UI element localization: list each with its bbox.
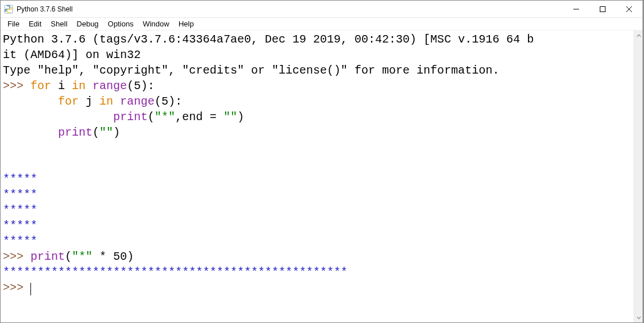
window-controls	[563, 1, 642, 18]
output-line	[3, 157, 10, 170]
fn-print: print	[113, 110, 148, 124]
window-right-edge	[642, 1, 643, 322]
fn-range: range	[113, 95, 155, 108]
menu-bar: File Edit Shell Debug Options Window Hel…	[1, 18, 643, 30]
content-area: Python 3.7.6 (tags/v3.7.6:43364a7ae0, De…	[1, 30, 643, 322]
close-icon	[626, 6, 632, 12]
minimize-icon	[573, 6, 579, 12]
fn-print: print	[58, 126, 92, 139]
prompt: >>>	[3, 250, 30, 263]
svg-rect-2	[600, 6, 606, 11]
kw-for: for	[58, 95, 79, 108]
chevron-up-icon	[637, 33, 641, 38]
paren: (5):	[127, 79, 155, 93]
kw-in: in	[72, 79, 86, 93]
cursor-caret	[30, 283, 31, 295]
indent	[3, 126, 58, 139]
fn-print: print	[30, 250, 65, 263]
paren: )	[237, 110, 244, 124]
output-line: ****************************************…	[3, 266, 348, 279]
output-line: *****	[3, 188, 37, 201]
menu-debug[interactable]: Debug	[72, 18, 103, 29]
paren: (	[148, 110, 155, 124]
maximize-icon	[600, 6, 606, 12]
menu-file[interactable]: File	[3, 18, 24, 29]
kw-for: for	[30, 79, 51, 93]
paren: (	[92, 126, 99, 139]
output-line: *****	[3, 219, 37, 232]
prompt: >>>	[3, 79, 30, 93]
chevron-down-icon	[637, 316, 641, 320]
str: ""	[223, 110, 237, 124]
shell-editor[interactable]: Python 3.7.6 (tags/v3.7.6:43364a7ae0, De…	[1, 30, 634, 322]
minimize-button[interactable]	[563, 1, 589, 18]
title-bar: Python 3.7.6 Shell	[1, 1, 643, 18]
args: ,end =	[175, 110, 223, 124]
banner-line: Type "help", "copyright", "credits" or "…	[3, 64, 499, 77]
menu-edit[interactable]: Edit	[24, 18, 46, 29]
output-line: *****	[3, 172, 37, 186]
paren: (	[65, 250, 72, 263]
maximize-button[interactable]	[589, 1, 616, 18]
menu-options[interactable]: Options	[103, 18, 138, 29]
window-title: Python 3.7.6 Shell	[17, 5, 563, 13]
banner-line: it (AMD64)] on win32	[3, 48, 141, 61]
output-line: *****	[3, 203, 37, 217]
python-idle-icon	[4, 5, 13, 14]
menu-shell[interactable]: Shell	[46, 18, 72, 29]
paren: )	[113, 126, 120, 139]
str: "*"	[155, 110, 175, 124]
str: "*"	[72, 250, 92, 263]
kw-in: in	[99, 95, 113, 108]
output-line: *****	[3, 234, 37, 248]
indent	[3, 110, 113, 124]
str: ""	[99, 126, 113, 139]
banner-line: Python 3.7.6 (tags/v3.7.6:43364a7ae0, De…	[3, 33, 534, 46]
paren: (5):	[155, 95, 182, 108]
menu-window[interactable]: Window	[138, 18, 173, 29]
close-button[interactable]	[616, 1, 642, 18]
args: * 50)	[92, 250, 134, 263]
prompt: >>>	[3, 281, 30, 294]
id-i: i	[51, 79, 72, 93]
id-j: j	[79, 95, 99, 108]
fn-range: range	[86, 79, 127, 93]
menu-help[interactable]: Help	[174, 18, 199, 29]
indent	[3, 95, 58, 108]
